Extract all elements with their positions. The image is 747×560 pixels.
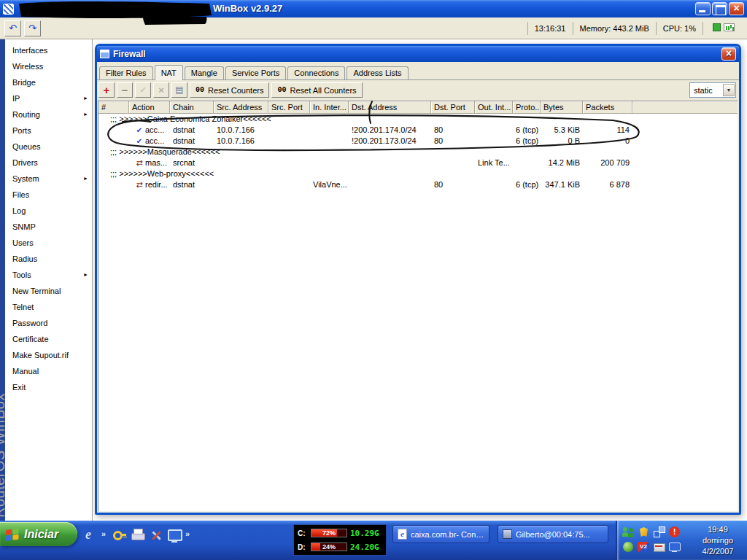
maximize-button[interactable] [712, 2, 727, 15]
cell-bytes: 0 B [541, 136, 583, 147]
rule-filter-dropdown[interactable]: static ▼ [689, 82, 736, 98]
sidebar-item-users[interactable]: Users [5, 235, 92, 251]
column-header-dst-port[interactable]: Dst. Port [431, 101, 475, 113]
redo-button[interactable]: ↷ [24, 20, 41, 36]
sidebar-item-queues[interactable]: Queues [5, 139, 92, 155]
column-header-dst-address[interactable]: Dst. Address [349, 101, 431, 113]
alert-icon[interactable] [668, 526, 681, 538]
rule-row[interactable]: ✔acc...dstnat10.0.7.166!200.201.173.0/24… [98, 136, 738, 147]
column-header-action[interactable]: Action [129, 101, 170, 113]
chevron-down-icon[interactable]: ▼ [723, 84, 735, 96]
sidebar-item-tools[interactable]: Tools► [5, 267, 92, 283]
firewall-body: Filter RulesNATMangleService PortsConnec… [97, 62, 739, 513]
tools-icon[interactable] [149, 527, 163, 543]
app-titlebar[interactable]: WinBox v2.9.27 [0, 0, 747, 18]
sidebar-item-telnet[interactable]: Telnet [5, 299, 92, 315]
cell-in_interface [310, 136, 349, 147]
column-header-src-address[interactable]: Src. Address [214, 101, 268, 113]
cell-src_address [214, 158, 268, 168]
cell-dst_address: !200.201.173.0/24 [349, 136, 431, 147]
drive-meter: D:24%24.20G [298, 542, 382, 552]
comment-row[interactable]: ;;; >>>>>>Masquerade<<<<<< [98, 147, 738, 158]
sidebar-item-ip[interactable]: IP► [5, 90, 92, 106]
sidebar-item-interfaces[interactable]: Interfaces [5, 42, 92, 58]
column-header-bytes[interactable]: Bytes [541, 101, 583, 113]
v2-icon[interactable] [638, 541, 650, 553]
taskbar-button-caixa-com-br-cone[interactable]: caixa.com.br- Cone... [392, 525, 489, 543]
firewall-close-button[interactable] [721, 47, 736, 61]
shield-icon[interactable] [638, 526, 650, 538]
tab-address-lists[interactable]: Address Lists [347, 66, 408, 79]
tab-filter-rules[interactable]: Filter Rules [99, 66, 153, 79]
network-icon[interactable] [653, 526, 665, 538]
rule-row[interactable]: ✔acc...dstnat10.0.7.166!200.201.174.0/24… [98, 125, 738, 136]
sidebar-item-files[interactable]: Files [5, 187, 92, 203]
chevron-icon[interactable] [101, 527, 109, 543]
sidebar-item-make-supout-rif[interactable]: Make Supout.rif [5, 347, 92, 363]
rule-row[interactable]: ⇄mas...srcnatLink Te...14.2 MiB200 709 [98, 158, 738, 168]
tab-nat[interactable]: NAT [155, 65, 183, 80]
users-icon[interactable] [622, 526, 635, 538]
sidebar-item-new-terminal[interactable]: New Terminal [5, 283, 92, 299]
sidebar-item-label: Drivers [12, 158, 38, 167]
comment-row-text: ;;; >>>>>>Caixa Economica Zonaiker<<<<<< [98, 114, 738, 125]
scanner-icon[interactable] [653, 541, 665, 553]
clock-date: 4/2/2007 [692, 546, 744, 557]
monitor-icon[interactable] [668, 541, 681, 553]
column-header-[interactable]: # [98, 101, 129, 113]
add-icon[interactable]: + [98, 82, 115, 98]
column-header-src-port[interactable]: Src. Port [268, 101, 310, 113]
traffic-graph-icon[interactable] [724, 23, 735, 31]
column-header-in-inter[interactable]: In. Inter... [310, 101, 349, 113]
chevron-icon[interactable] [185, 527, 193, 543]
ie-icon[interactable] [83, 527, 98, 543]
tab-mangle[interactable]: Mangle [185, 66, 224, 79]
enable-icon[interactable]: ✓ [135, 82, 151, 98]
sidebar-item-ports[interactable]: Ports [5, 122, 92, 139]
reset-all-counters-button[interactable]: 00 Reset All Counters [271, 82, 362, 98]
comment-row[interactable]: ;;; >>>>>>Caixa Economica Zonaiker<<<<<< [98, 114, 738, 125]
tray-clock[interactable]: 19:49 domingo 4/2/2007 [692, 524, 744, 557]
firewall-window[interactable]: Firewall Filter RulesNATMangleService Po… [95, 44, 741, 515]
reset-counters-button[interactable]: 00 Reset Counters [190, 82, 269, 98]
comment-icon[interactable]: ▤ [171, 82, 187, 98]
undo-button[interactable]: ↶ [4, 20, 21, 36]
sidebar-item-certificate[interactable]: Certificate [5, 331, 92, 347]
sidebar-item-password[interactable]: Password [5, 315, 92, 331]
sidebar-item-wireless[interactable]: Wireless [5, 58, 92, 74]
column-header-chain[interactable]: Chain [170, 101, 214, 113]
comment-row[interactable]: ;;; >>>>>>Web-proxy<<<<<< [98, 168, 738, 179]
sidebar-item-system[interactable]: System► [5, 171, 92, 187]
taskbar-button-gilberto-00-04-75[interactable]: Gilberto@00:04:75... [498, 525, 608, 543]
rule-row[interactable]: ⇄redir...dstnatVilaVne...806 (tcp)347.1 … [98, 179, 738, 190]
sidebar-item-manual[interactable]: Manual [5, 363, 92, 379]
firewall-titlebar[interactable]: Firewall [97, 46, 739, 62]
minimize-button[interactable] [695, 2, 711, 15]
sidebar-item-exit[interactable]: Exit [5, 379, 92, 395]
sidebar-item-snmp[interactable]: SNMP [5, 219, 92, 235]
submenu-arrow-icon: ► [83, 171, 88, 187]
printer-icon[interactable] [131, 527, 145, 543]
column-header-proto[interactable]: Proto... [513, 101, 541, 113]
firewall-window-title: Firewall [113, 49, 146, 59]
sidebar-item-bridge[interactable]: Bridge [5, 74, 92, 90]
sidebar-item-label: Password [12, 319, 47, 327]
start-button[interactable]: Iniciar [0, 522, 77, 546]
update-icon[interactable] [622, 541, 635, 553]
key-icon[interactable] [112, 527, 127, 543]
remove-icon[interactable]: − [117, 82, 133, 98]
link-indicator-icon[interactable] [713, 23, 721, 31]
cell-src_port [268, 136, 310, 147]
column-header-packets[interactable]: Packets [583, 101, 632, 113]
sidebar-item-drivers[interactable]: Drivers [5, 155, 92, 171]
monitor-icon[interactable] [167, 527, 182, 543]
column-header-out-int[interactable]: Out. Int... [475, 101, 513, 113]
tab-connections[interactable]: Connections [287, 66, 345, 79]
sidebar-item-log[interactable]: Log [5, 203, 92, 219]
disable-icon[interactable]: × [153, 82, 169, 98]
column-header-filler [632, 101, 738, 113]
sidebar-item-radius[interactable]: Radius [5, 251, 92, 267]
close-button[interactable] [729, 2, 744, 15]
tab-service-ports[interactable]: Service Ports [225, 66, 286, 79]
sidebar-item-routing[interactable]: Routing► [5, 106, 92, 122]
